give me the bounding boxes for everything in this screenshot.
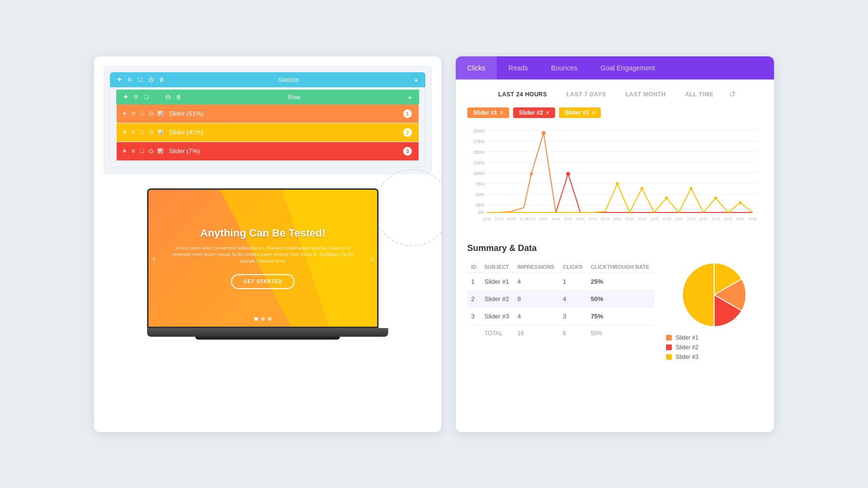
power-slider1-icon[interactable]: ⏻ [149,111,154,117]
laptop-base [147,328,388,337]
tag-slider-1-label: Slider #1 [473,109,497,116]
table-row-3: 3 Slider #3 4 3 75% [467,307,654,325]
tab-clicks[interactable]: Clicks [456,56,497,79]
laptop-mockup: ‹ Anything Can Be Tested! Lorem ipsum am… [104,179,432,362]
tag-slider-3[interactable]: Slider #3 × [559,107,601,118]
left-panel: ✚ ⚙ ❑ ⏻ 🗑 Section ▲ ✚ ⚙ ❑ ⋮ ⏻ 🗑 Row [94,56,441,432]
row3-id: 3 [467,307,480,325]
copy-slider2-icon[interactable]: ❑ [140,130,146,135]
panel-body: LAST 24 HOURS LAST 7 DAYS LAST MONTH ALL… [456,79,774,432]
delete-row-icon[interactable]: 🗑 [175,93,182,100]
row2-ctr: 50% [587,290,654,307]
tag-slider-2[interactable]: Slider #2 × [513,107,555,118]
row1-impressions: 4 [514,273,559,290]
svg-text:12:00: 12:00 [650,217,659,221]
laptop-screen: ‹ Anything Can Be Tested! Lorem ipsum am… [147,188,379,328]
collapse-section-icon[interactable]: ▲ [413,76,420,83]
copy-slider1-icon[interactable]: ❑ [140,111,146,117]
add-row-icon[interactable]: ✚ [122,93,129,100]
chart-slider2-icon[interactable]: 📊 [157,130,163,135]
total-ctr: 50% [587,325,654,342]
row-label: Row [182,93,407,101]
tab-goal-engagement[interactable]: Goal Engagement [589,56,666,79]
chart-slider1-icon[interactable]: 📊 [157,111,163,117]
filter-last-month[interactable]: LAST MONTH [622,89,670,100]
screen-cta-button[interactable]: GET STARTED [231,274,295,289]
settings-slider2-icon[interactable]: ⚙ [131,130,137,135]
chart-slider3-icon[interactable]: 📊 [157,148,163,154]
settings-slider1-icon[interactable]: ⚙ [131,111,137,117]
svg-text:18:00: 18:00 [724,217,732,221]
copy-row-icon[interactable]: ❑ [143,93,150,100]
filter-last-24h[interactable]: LAST 24 HOURS [494,89,551,100]
prev-slide-arrow[interactable]: ‹ [152,252,156,264]
svg-text:100%: 100% [473,171,484,176]
add-slider1-icon[interactable]: ✚ [122,111,128,117]
row2-impressions: 8 [514,290,559,307]
tag-slider-2-close[interactable]: × [546,109,549,116]
svg-point-27 [690,187,692,190]
next-slide-arrow[interactable]: › [370,252,373,264]
svg-text:175%: 175% [473,139,484,144]
svg-text:75%: 75% [475,182,484,186]
slide-dot-1[interactable] [254,317,258,321]
table-row-2: 2 Slider #2 8 4 50% [467,290,654,307]
power-row-icon[interactable]: ⏻ [164,93,171,100]
svg-point-25 [640,187,643,190]
filter-all-time[interactable]: ALL TIME [681,89,718,100]
power-slider3-icon[interactable]: ⏻ [149,148,154,154]
row1-ctr: 25% [587,273,654,290]
settings-section-icon[interactable]: ⚙ [126,76,133,83]
tab-reads[interactable]: Reads [497,56,539,79]
svg-text:09:00: 09:00 [613,217,622,221]
tag-slider-3-label: Slider #3 [565,109,589,116]
add-slider3-icon[interactable]: ✚ [122,148,128,154]
svg-text:15:00: 15:00 [687,217,695,221]
svg-point-26 [665,197,668,199]
section-bar-icons: ✚ ⚙ ❑ ⏻ 🗑 [116,76,165,83]
tag-slider-1-close[interactable]: × [500,109,503,116]
copy-slider3-icon[interactable]: ❑ [140,148,146,154]
svg-text:200%: 200% [473,129,484,133]
slider-1-label: Slider (51%) [169,110,402,117]
total-empty [467,325,480,342]
svg-text:150%: 150% [473,150,484,155]
slide-dot-2[interactable] [261,317,265,321]
add-slider2-icon[interactable]: ✚ [122,130,128,135]
svg-text:22:00: 22:00 [483,217,491,221]
svg-point-21 [542,131,545,135]
copy-section-icon[interactable]: ❑ [137,76,144,83]
row1-clicks: 1 [559,273,587,290]
row3-impressions: 4 [514,307,559,325]
slider-item-1[interactable]: ✚ ⚙ ❑ ⏻ 📊 Slider (51%) 1 [117,105,419,123]
filter-last-7d[interactable]: LAST 7 DAYS [563,89,610,100]
delete-section-icon[interactable]: 🗑 [158,76,165,83]
pie-legend: Slider #1 Slider #2 Slider #3 [666,334,762,360]
slider-2-number: 2 [402,127,413,138]
slider-item-3[interactable]: ✚ ⚙ ❑ ⏻ 📊 Slider (7%) 3 [117,142,419,161]
power-slider2-icon[interactable]: ⏻ [149,130,154,135]
settings-row-icon[interactable]: ⚙ [133,93,139,100]
svg-text:14:00: 14:00 [675,217,683,221]
tag-slider-1[interactable]: Slider #1 × [467,107,509,118]
settings-slider3-icon[interactable]: ⚙ [131,148,137,154]
slider-1-icons: ✚ ⚙ ❑ ⏻ 📊 [122,111,163,117]
power-section-icon[interactable]: ⏻ [148,76,154,83]
svg-text:02:00: 02:00 [527,217,536,221]
svg-text:25%: 25% [475,203,484,208]
slider-1-number: 1 [402,108,413,119]
tab-bounces[interactable]: Bounces [540,56,589,79]
collapse-row-icon[interactable]: ▲ [407,93,413,100]
svg-text:17:00: 17:00 [711,217,720,221]
svg-text:05:00: 05:00 [564,217,572,221]
legend-dot-slider2 [666,344,672,350]
chart-svg: 200% 175% 150% 125% 100% 75% 50% 25% 0% [467,126,762,222]
time-reset-icon[interactable]: ↺ [729,90,735,99]
add-section-icon[interactable]: ✚ [116,76,122,83]
slider-item-2[interactable]: ✚ ⚙ ❑ ⏻ 📊 Slider (42%) 2 [117,123,419,142]
legend-label-slider1: Slider #1 [676,334,698,341]
tag-slider-3-close[interactable]: × [592,109,595,116]
screen-slide-title: Anything Can Be Tested! [168,227,358,239]
slide-dot-3[interactable] [268,317,271,321]
col-row-icon[interactable]: ⋮ [154,93,161,100]
